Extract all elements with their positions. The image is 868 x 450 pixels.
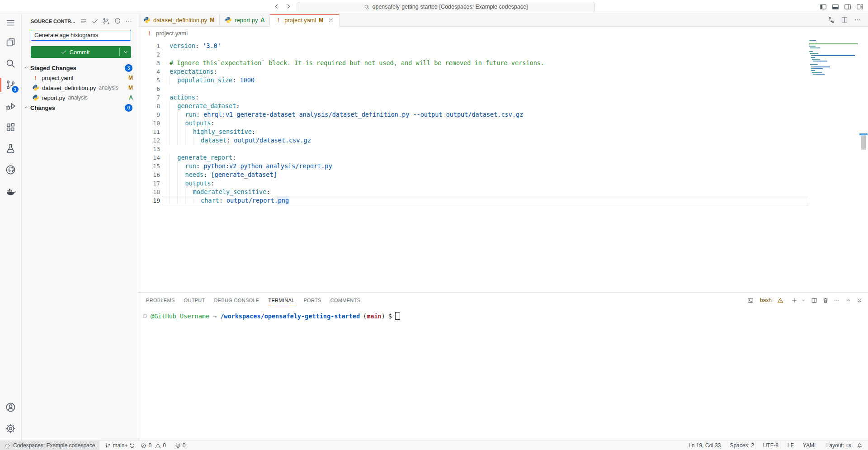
split-terminal-icon[interactable]	[811, 297, 817, 303]
tree-section-changes[interactable]: Changes0	[22, 103, 138, 113]
activity-explorer-icon[interactable]	[0, 32, 21, 53]
refresh-icon[interactable]	[114, 18, 121, 25]
activity-settings-gear-icon[interactable]	[0, 418, 21, 439]
panel-tab-debug-console[interactable]: DEBUG CONSOLE	[210, 293, 264, 308]
remote-indicator[interactable]: Codespaces: Example codespace	[0, 441, 99, 450]
breadcrumb[interactable]: ! project.yaml	[138, 27, 868, 39]
code-line[interactable]: 4expectations:	[138, 67, 810, 76]
activity-source-control-icon[interactable]: 3	[0, 74, 21, 95]
panel-tab-problems[interactable]: PROBLEMS	[146, 293, 179, 308]
toggle-secondary-sidebar-icon[interactable]	[844, 3, 851, 10]
ports-status[interactable]: 0	[172, 441, 189, 450]
tab-report.py[interactable]: report.pyA	[220, 14, 270, 26]
notifications-bell-icon[interactable]	[854, 441, 865, 450]
commit-button[interactable]: Commit	[31, 46, 119, 58]
code-line[interactable]: 10outputs:	[138, 119, 810, 128]
branch-create-icon[interactable]	[103, 18, 110, 25]
terminal-dropdown-icon[interactable]	[801, 298, 806, 303]
github-icon	[5, 165, 16, 175]
command-center-search[interactable]: opensafely-getting-started [Codespaces: …	[297, 2, 595, 12]
language-mode[interactable]: YAML	[800, 441, 820, 450]
shell-label[interactable]: bash	[760, 297, 772, 303]
code-line[interactable]: 15run: python:v2 python analysis/report.…	[138, 162, 810, 171]
activity-testing-icon[interactable]	[0, 138, 21, 159]
branch-status[interactable]: main+	[102, 441, 138, 450]
code-token: :	[266, 188, 270, 196]
toggle-sidebar-icon[interactable]	[820, 3, 827, 10]
indent-guide	[177, 136, 185, 145]
problems-status[interactable]: 0 0	[138, 441, 168, 450]
line-number: 17	[138, 179, 170, 188]
eol-status[interactable]: LF	[785, 441, 797, 450]
cursor-position[interactable]: Ln 19, Col 33	[686, 441, 723, 450]
split-editor-icon[interactable]	[841, 16, 848, 24]
back-icon[interactable]	[273, 3, 281, 11]
more-actions-icon[interactable]	[834, 297, 840, 303]
activity-search-icon[interactable]	[0, 53, 21, 74]
overview-ruler[interactable]	[859, 39, 868, 293]
code-line[interactable]: 7actions:	[138, 93, 810, 102]
code-line[interactable]: 6	[138, 85, 810, 93]
panel-tab-ports[interactable]: PORTS	[299, 293, 326, 308]
commit-message-input[interactable]	[31, 30, 131, 41]
code-editor[interactable]: 1version: '3.0'23# Ignore this`expectati…	[138, 39, 868, 293]
tab-project.yaml[interactable]: !project.yamlM	[270, 14, 340, 27]
indentation-status[interactable]: Spaces: 2	[727, 441, 756, 450]
code-line[interactable]: 8generate_dataset:	[138, 102, 810, 110]
minimap[interactable]	[809, 40, 858, 76]
more-actions-icon[interactable]	[854, 16, 861, 24]
panel-tab-terminal[interactable]: TERMINAL	[264, 293, 299, 308]
kill-terminal-icon[interactable]	[822, 297, 829, 303]
line-number: 5	[138, 76, 170, 85]
code-line[interactable]: 19chart: output/report.png	[138, 196, 810, 205]
terminal-prompt[interactable]: @GitHub_Username → /workspaces/opensafel…	[142, 312, 868, 320]
commit-check-icon[interactable]	[91, 18, 99, 25]
code-line[interactable]: 2	[138, 50, 810, 59]
activity-github-icon[interactable]	[0, 159, 21, 180]
activity-accounts-icon[interactable]	[0, 397, 21, 418]
file-row-project.yaml[interactable]: !project.yamlM	[22, 73, 138, 83]
view-as-list-icon[interactable]	[80, 18, 87, 25]
close-panel-icon[interactable]	[856, 297, 863, 303]
customize-layout-icon[interactable]	[856, 3, 863, 10]
more-actions-icon[interactable]	[125, 18, 132, 25]
panel-tab-comments[interactable]: COMMENTS	[326, 293, 365, 308]
open-changes-icon[interactable]	[828, 16, 835, 24]
code-line[interactable]: 17outputs:	[138, 179, 810, 188]
terminal[interactable]: @GitHub_Username → /workspaces/opensafel…	[138, 308, 868, 320]
keyboard-layout[interactable]: Layout: us	[824, 441, 854, 450]
file-row-report.py[interactable]: report.pyanalysisA	[22, 93, 138, 103]
error-icon	[141, 443, 146, 449]
code-line[interactable]: 18moderately_sensitive:	[138, 188, 810, 196]
forward-icon[interactable]	[285, 3, 293, 11]
activity-run-debug-icon[interactable]	[0, 95, 21, 117]
code-line[interactable]: 12dataset: output/dataset.csv.gz	[138, 136, 810, 145]
indent-guide	[185, 196, 193, 205]
code-line[interactable]: 3# Ignore this`expectation` block. It is…	[138, 59, 810, 67]
activity-docker-icon[interactable]	[0, 180, 21, 202]
close-icon[interactable]	[328, 17, 334, 24]
code-line[interactable]: 9run: ehrql:v1 generate-dataset analysis…	[138, 110, 810, 119]
activity-menu-icon[interactable]	[0, 14, 21, 32]
indent-guide	[170, 102, 177, 110]
panel-tab-output[interactable]: OUTPUT	[179, 293, 210, 308]
code-line[interactable]: 16needs: [generate_dataset]	[138, 171, 810, 179]
tree-section-staged-changes[interactable]: Staged Changes3	[22, 63, 138, 73]
file-row-dataset_definition.py[interactable]: dataset_definition.pyanalysisM	[22, 83, 138, 93]
toggle-panel-icon[interactable]	[832, 3, 839, 10]
tab-dataset_definition.py[interactable]: dataset_definition.pyM	[138, 14, 220, 26]
code-line[interactable]: 14generate_report:	[138, 153, 810, 162]
chevron-down-icon	[24, 105, 29, 110]
code-line[interactable]: 1version: '3.0'	[138, 42, 810, 50]
indent-guide	[170, 110, 177, 119]
commit-dropdown-button[interactable]	[120, 46, 131, 58]
code-line[interactable]: 5population_size: 1000	[138, 76, 810, 85]
scrollbar-thumb[interactable]	[861, 135, 866, 150]
activity-extensions-icon[interactable]	[0, 117, 21, 138]
code-line[interactable]: 11highly_sensitive:	[138, 128, 810, 136]
minimap-line	[809, 53, 858, 54]
new-terminal-icon[interactable]	[791, 297, 797, 303]
code-line[interactable]: 13	[138, 145, 810, 153]
encoding-status[interactable]: UTF-8	[760, 441, 781, 450]
maximize-panel-icon[interactable]	[845, 297, 851, 303]
